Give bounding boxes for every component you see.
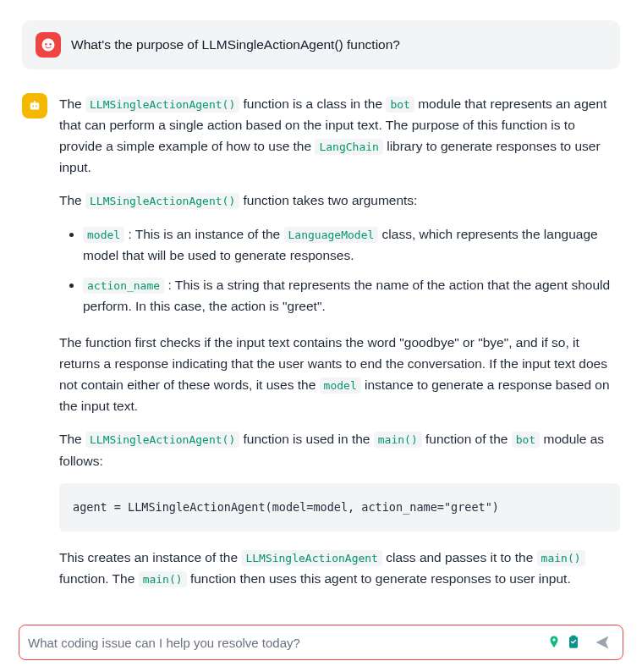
argument-list: model : This is an instance of the Langu… [59,223,620,317]
svg-rect-3 [30,102,40,109]
list-item: action_name : This is a string that repr… [83,274,620,317]
user-message: What's the purpose of LLMSingleActionAge… [22,20,620,69]
text: The [59,432,85,446]
assistant-paragraph-2: The LLMSingleActionAgent() function take… [59,190,620,211]
text: function of the [422,432,512,446]
code-inline: LanguageModel [284,227,379,243]
send-button[interactable] [590,631,614,654]
input-icons [546,634,582,651]
code-block-content: agent = LLMSingleActionAgent(model=model… [73,500,499,514]
svg-point-1 [45,43,47,45]
code-inline: action_name [83,278,164,294]
svg-point-7 [552,638,555,641]
text: The [59,96,85,111]
assistant-paragraph-3: The function first checks if the input t… [59,332,620,416]
clipboard-icon[interactable] [565,634,582,651]
text: function is used in the [239,432,374,446]
assistant-body: The LLMSingleActionAgent() function is a… [59,93,620,601]
code-inline: LangChain [315,139,382,155]
svg-point-2 [49,43,51,45]
user-avatar-icon [36,32,61,58]
user-question-text: What's the purpose of LLMSingleActionAge… [71,37,400,52]
text: function takes two arguments: [239,193,417,207]
code-inline: LLMSingleActionAgent() [85,432,239,448]
text: function then uses this agent to generat… [187,571,571,586]
code-inline: main() [537,550,585,566]
chat-input[interactable] [28,636,546,650]
text: : This is an instance of the [124,227,283,241]
assistant-paragraph-1: The LLMSingleActionAgent() function is a… [59,93,620,178]
code-inline: main() [139,571,187,587]
text: This creates an instance of the [59,550,241,565]
code-inline: bot [512,432,540,448]
code-inline: LLMSingleActionAgent() [85,193,239,209]
assistant-message: The LLMSingleActionAgent() function is a… [22,93,620,601]
assistant-paragraph-4: The LLMSingleActionAgent() function is u… [59,428,620,471]
svg-point-5 [36,105,37,107]
assistant-avatar-icon [22,93,47,118]
text: The [59,193,85,207]
svg-point-4 [32,105,34,107]
code-inline: LLMSingleActionAgent() [85,96,239,113]
svg-rect-9 [572,636,576,638]
code-block: agent = LLMSingleActionAgent(model=model… [59,483,620,532]
text: function. The [59,571,139,586]
location-pin-icon[interactable] [546,635,562,650]
list-item: model : This is an instance of the Langu… [83,223,620,266]
chat-input-bar[interactable] [19,625,623,660]
code-inline: model [320,377,361,394]
text: function is a class in the [239,96,386,111]
svg-point-0 [42,39,55,52]
assistant-paragraph-5: This creates an instance of the LLMSingl… [59,547,620,589]
code-inline: LLMSingleActionAgent [241,550,382,566]
svg-rect-6 [34,101,36,102]
code-inline: bot [386,96,414,113]
chat-container: What's the purpose of LLMSingleActionAge… [0,0,642,601]
text: class and passes it to the [382,550,537,565]
code-inline: main() [374,432,422,448]
code-inline: model [83,227,124,243]
